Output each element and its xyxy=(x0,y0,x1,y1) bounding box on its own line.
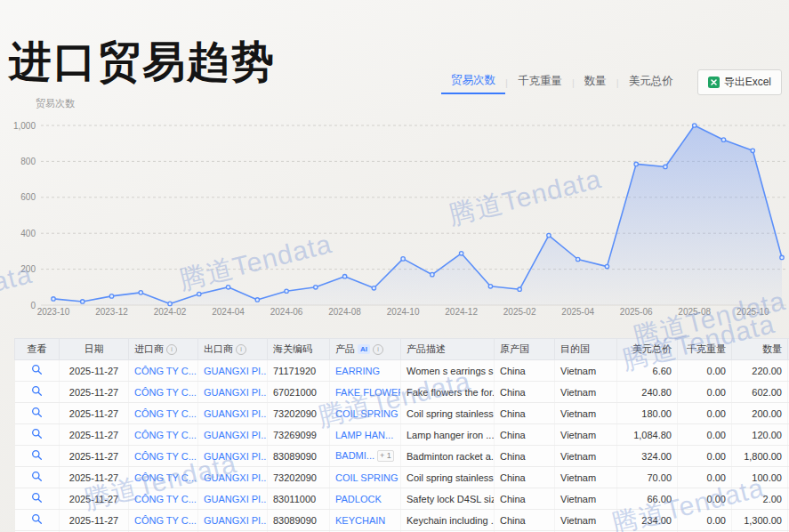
dest-value: Vietnam xyxy=(560,494,596,504)
exporter-link[interactable]: GUANGXI PI... xyxy=(204,387,268,398)
cell-qty: 602.00 xyxy=(732,382,788,403)
desc-value: Safety lock D4SL siz... xyxy=(407,494,495,504)
product-link[interactable]: LAMP HAN... xyxy=(335,430,393,440)
importer-link[interactable]: CÔNG TY C... xyxy=(134,494,197,504)
cell-hs: 73269099 xyxy=(268,424,330,446)
trend-chart: 02004006008001,000贸易次数2023-102023-122024… xyxy=(0,96,789,324)
column-header-label: 千克重量 xyxy=(687,343,726,354)
column-header-label: 出口商 xyxy=(204,343,233,354)
view-magnifier-icon[interactable] xyxy=(31,492,43,504)
cell-usd: 180.00 xyxy=(617,403,678,424)
cell-date: 2025-11-27 xyxy=(60,467,129,488)
info-icon[interactable]: i xyxy=(373,344,383,355)
date-value: 2025-11-27 xyxy=(69,430,118,440)
svg-text:2024-12: 2024-12 xyxy=(445,307,478,317)
view-magnifier-icon[interactable] xyxy=(31,471,43,482)
cell-hs: 83089090 xyxy=(268,446,330,467)
info-icon[interactable]: i xyxy=(166,344,177,355)
view-magnifier-icon[interactable] xyxy=(31,407,43,418)
importer-link[interactable]: CÔNG TY C... xyxy=(134,451,197,462)
product-link[interactable]: FAKE FLOWER xyxy=(335,387,401,398)
exporter-link[interactable]: GUANGXI PI... xyxy=(204,430,268,440)
date-value: 2025-11-27 xyxy=(69,515,118,526)
cell-desc: Coil spring stainless... xyxy=(401,403,495,424)
column-header-label: 数量 xyxy=(762,343,782,354)
product-link[interactable]: COIL SPRING xyxy=(335,408,399,419)
cell-kg: 0.00 xyxy=(678,360,732,382)
cell-product: LAMP HAN... xyxy=(330,424,401,446)
origin-value: China xyxy=(500,408,526,419)
exporter-link[interactable]: GUANGXI PI... xyxy=(204,408,268,419)
origin-value: China xyxy=(500,494,526,504)
product-more-badge[interactable]: + 1 xyxy=(377,450,394,462)
view-magnifier-icon[interactable] xyxy=(31,428,43,439)
cell-dest: Vietnam xyxy=(555,488,617,510)
column-header-date: 日期 xyxy=(60,339,129,360)
cell-product: COIL SPRING xyxy=(330,403,401,424)
metric-tab-2[interactable]: 千克重量 xyxy=(508,72,572,93)
exporter-link[interactable]: GUANGXI PI... xyxy=(204,366,268,376)
cell-exporter: GUANGXI PI... xyxy=(198,488,268,510)
importer-link[interactable]: CÔNG TY C... xyxy=(134,430,197,440)
product-link[interactable]: BADMI... xyxy=(335,450,374,461)
cell-qty: 1,300.00 xyxy=(732,510,788,531)
product-link[interactable]: COIL SPRING xyxy=(335,472,399,483)
svg-text:贸易次数: 贸易次数 xyxy=(36,98,75,109)
exporter-link[interactable]: GUANGXI PI... xyxy=(204,472,268,483)
metric-tab-3[interactable]: 数量 xyxy=(575,72,616,93)
cell-qty: 220.00 xyxy=(732,360,788,382)
qty-value: 602.00 xyxy=(752,387,782,398)
info-icon[interactable]: i xyxy=(236,344,246,355)
cell-product: KEYCHAIN xyxy=(330,510,401,531)
product-link[interactable]: PADLOCK xyxy=(335,494,382,504)
cell-view xyxy=(15,446,60,467)
view-magnifier-icon[interactable] xyxy=(31,385,43,397)
metric-tab-4[interactable]: 美元总价 xyxy=(619,72,683,93)
exporter-link[interactable]: GUANGXI PI... xyxy=(204,451,268,462)
importer-link[interactable]: CÔNG TY C... xyxy=(134,472,197,483)
cell-importer: CÔNG TY C... xyxy=(129,382,198,403)
cell-exporter: GUANGXI PI... xyxy=(198,424,268,446)
cell-dest: Vietnam xyxy=(555,382,617,403)
exporter-link[interactable]: GUANGXI PI... xyxy=(204,494,268,504)
metric-tab-1[interactable]: 贸易次数 xyxy=(441,71,505,94)
exporter-link[interactable]: GUANGXI PI... xyxy=(204,515,268,526)
cell-dest: Vietnam xyxy=(555,424,617,446)
cell-date: 2025-11-27 xyxy=(60,403,129,424)
desc-value: Lamp hanger iron ... xyxy=(407,430,494,440)
dest-value: Vietnam xyxy=(560,387,596,398)
cell-usd: 70.00 xyxy=(617,467,678,488)
cell-desc: Women s earrings s... xyxy=(401,360,495,382)
cell-qty: 1,800.00 xyxy=(732,446,788,467)
qty-value: 2.00 xyxy=(763,494,782,504)
svg-text:200: 200 xyxy=(20,264,36,274)
product-link[interactable]: KEYCHAIN xyxy=(335,515,385,526)
column-header-hs: 海关编码 xyxy=(268,339,330,360)
view-magnifier-icon[interactable] xyxy=(31,449,43,461)
hs-value: 83089090 xyxy=(273,451,317,462)
cell-view xyxy=(15,360,60,382)
export-excel-button[interactable]: 导出Excel xyxy=(697,69,782,95)
cell-view xyxy=(15,467,60,488)
cell-hs: 73202090 xyxy=(268,467,330,488)
cell-importer: CÔNG TY C... xyxy=(129,360,198,382)
column-header-importer: 进口商i xyxy=(129,339,198,360)
cell-exporter: GUANGXI PI... xyxy=(198,510,268,531)
trend-chart-svg: 02004006008001,000贸易次数2023-102023-122024… xyxy=(0,96,789,324)
date-value: 2025-11-27 xyxy=(69,387,118,398)
cell-origin: China xyxy=(495,360,555,382)
svg-text:2024-06: 2024-06 xyxy=(270,307,303,317)
usd-value: 234.00 xyxy=(641,515,672,526)
desc-value: Women s earrings s... xyxy=(407,366,495,376)
importer-link[interactable]: CÔNG TY C... xyxy=(134,366,197,376)
qty-value: 1,800.00 xyxy=(744,451,782,462)
cell-dest: Vietnam xyxy=(555,403,617,424)
view-magnifier-icon[interactable] xyxy=(31,364,43,375)
product-link[interactable]: EARRING xyxy=(335,366,380,376)
importer-link[interactable]: CÔNG TY C... xyxy=(134,387,197,398)
importer-link[interactable]: CÔNG TY C... xyxy=(134,515,197,526)
column-header-view: 查看 xyxy=(15,339,60,360)
view-magnifier-icon[interactable] xyxy=(31,513,43,525)
importer-link[interactable]: CÔNG TY C... xyxy=(134,408,197,419)
column-header-kg: 千克重量 xyxy=(678,339,732,360)
